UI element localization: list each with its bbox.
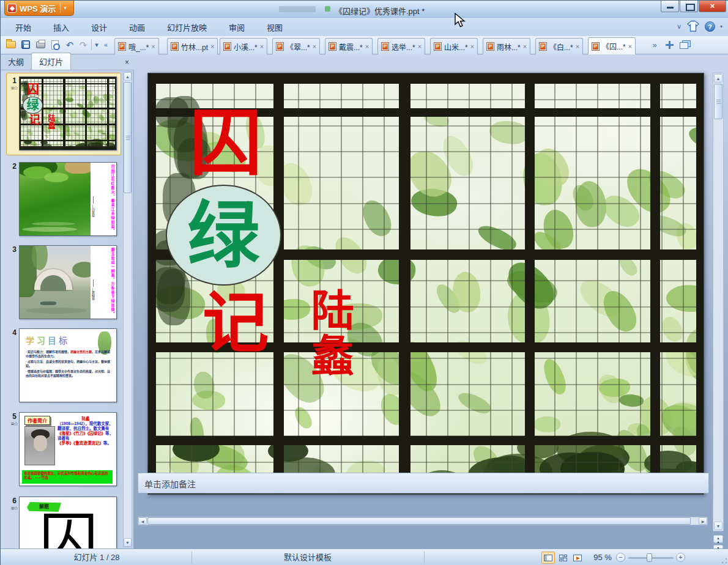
panel-scrollbar[interactable]: ▲ ▼ <box>123 72 132 547</box>
tab-close-icon[interactable]: × <box>313 43 316 50</box>
scroll-right-button[interactable]: ▶ <box>699 517 707 525</box>
undo-button[interactable]: ↶ <box>63 38 76 51</box>
green-circle-shape: 绿 <box>166 185 281 286</box>
printer-icon <box>36 42 45 48</box>
thumbnail-slide-5[interactable]: 作者简介 陆蠡（1908—1942），现代散文家、翻译家、抗日烈士。散文集有《海… <box>19 412 117 486</box>
zoom-in-button[interactable]: + <box>676 553 685 562</box>
design-template-name[interactable]: 默认设计模板 <box>192 552 423 564</box>
document-title: 《囚绿记》优秀课件.ppt * <box>335 5 425 17</box>
main-scroll-thumb[interactable] <box>714 84 722 119</box>
menu-insert[interactable]: 插入 <box>45 19 78 35</box>
document-tab-1[interactable]: 哦_...*× <box>114 38 159 54</box>
thumbnail-slide-1[interactable]: 囚 绿 记 陆蠡 <box>19 76 117 150</box>
help-dropdown-icon[interactable]: ▾ <box>720 24 722 29</box>
animation-star-icon: ≡☆ <box>4 85 18 91</box>
main-horizontal-scrollbar[interactable]: ◀ ▶ <box>138 517 708 525</box>
help-button[interactable]: ? <box>705 21 715 32</box>
switch-windows-button[interactable] <box>678 38 692 51</box>
menu-animation[interactable]: 动画 <box>121 19 154 35</box>
zoom-percentage: 95 % <box>589 552 616 564</box>
document-tab-9[interactable]: 《白...*× <box>535 38 583 54</box>
current-slide[interactable]: 囚 绿 记 陆蠡 <box>147 73 704 495</box>
document-tab-5[interactable]: 戴震...*× <box>325 38 373 54</box>
slide-sorter-view-button[interactable] <box>556 552 570 564</box>
title-char-lv: 绿 <box>187 199 259 271</box>
scroll-down-button[interactable]: ▼ <box>714 522 722 530</box>
notes-pane[interactable]: 单击添加备注 <box>138 473 709 493</box>
scroll-down-button[interactable]: ▼ <box>124 538 132 547</box>
close-button[interactable]: × <box>699 1 726 12</box>
menu-start[interactable]: 开始 <box>7 19 40 35</box>
scroll-up-button[interactable]: ▲ <box>124 72 132 81</box>
app-menu-dropdown-icon[interactable]: ▾ <box>64 5 67 11</box>
document-tab-2[interactable]: 竹林...pt× <box>167 38 218 54</box>
menu-slideshow[interactable]: 幻灯片放映 <box>158 19 215 35</box>
tab-slides[interactable]: 幻灯片 <box>31 53 71 70</box>
tab-close-icon[interactable]: × <box>151 43 155 50</box>
print-button[interactable] <box>34 38 47 51</box>
title-char-ji: 记 <box>202 290 269 356</box>
scroll-up-button[interactable]: ▲ <box>714 74 722 83</box>
more-tabs-button[interactable]: » <box>648 38 661 51</box>
slideshow-button[interactable] <box>571 552 584 564</box>
thumbnail-slide-6[interactable]: 解题 囚 <box>19 497 117 548</box>
resize-grip[interactable] <box>721 558 727 564</box>
scroll-left-button[interactable]: ◀ <box>138 517 147 525</box>
ppt-document-icon <box>592 42 600 51</box>
panel-scroll-thumb[interactable] <box>124 82 132 193</box>
previous-slide-button[interactable]: ▲▲ <box>713 535 723 543</box>
collapse-ribbon-icon[interactable]: ∨ <box>677 23 682 31</box>
maximize-button[interactable] <box>680 1 698 12</box>
open-button[interactable] <box>4 38 18 51</box>
author-intro-label: 作者简介 <box>24 416 50 425</box>
zoom-out-button[interactable]: − <box>616 553 625 562</box>
document-tab-6[interactable]: 选举...*× <box>377 38 425 54</box>
toolbar-more-dropdown[interactable]: ▾ <box>92 38 101 51</box>
save-button[interactable] <box>19 38 32 51</box>
undo-icon: ↶ <box>66 40 74 50</box>
tab-scroll-left-button[interactable]: « <box>101 38 111 51</box>
toolbar-separator <box>91 39 92 50</box>
tab-close-icon[interactable]: × <box>260 43 264 50</box>
menu-review[interactable]: 审阅 <box>220 19 253 35</box>
wps-app-button[interactable]: WPS 演示 ▾ <box>4 1 74 16</box>
thumbnail-slide-2[interactable]: 日出江花红胜火，春来江水绿如蓝。 —白居易 <box>19 162 117 236</box>
minimize-button[interactable] <box>661 1 679 12</box>
status-bar: 幻灯片 1 / 28 默认设计模板 95 % − + <box>1 548 728 565</box>
app-name: WPS 演示 <box>20 2 56 14</box>
tab-close-icon[interactable]: × <box>365 43 369 50</box>
slide-number: 2 <box>4 162 17 171</box>
horizontal-scroll-thumb[interactable] <box>147 517 691 525</box>
wps-logo-icon <box>7 4 17 13</box>
thumbnail-slide-3[interactable]: 碧玉妆成一树高，万条垂下绿丝绦。 —贺知章 <box>19 245 117 319</box>
new-tab-button[interactable] <box>663 38 676 51</box>
wps-presentation-window: WPS 演示 ▾ 《囚绿记》优秀课件.ppt * × 开始 插入 设计 动画 幻… <box>0 0 728 565</box>
normal-view-button[interactable] <box>541 552 555 564</box>
skin-theme-icon[interactable] <box>686 20 700 32</box>
thumbnail-slide-4[interactable]: 学习目标 · 知识与能力：理解作者的感情，把握文章的主题，在多元解读中感受作品的… <box>19 328 117 402</box>
menu-view[interactable]: 视图 <box>258 19 291 35</box>
document-tab-8[interactable]: 雨林...*× <box>483 38 530 54</box>
tab-outline[interactable]: 大纲 <box>1 53 31 70</box>
thumb-title-ji: 记 <box>29 114 40 125</box>
tab-close-icon[interactable]: × <box>210 43 214 50</box>
document-tab-10[interactable]: 《囚...*× <box>588 37 636 54</box>
menu-design[interactable]: 设计 <box>83 19 116 35</box>
redo-button[interactable]: ↷ <box>76 38 90 51</box>
print-preview-button[interactable] <box>48 38 62 51</box>
zoom-slider-thumb[interactable] <box>647 553 652 562</box>
ppt-document-icon <box>381 42 389 51</box>
document-tab-4[interactable]: 《翠...*× <box>272 38 320 54</box>
document-tab-3[interactable]: 小溪...*× <box>220 38 267 54</box>
main-vertical-scrollbar[interactable]: ▲ ▼ <box>713 73 724 531</box>
ppt-document-icon <box>171 42 179 51</box>
tab-close-icon[interactable]: × <box>576 43 579 50</box>
panel-close-icon[interactable]: × <box>125 58 129 67</box>
document-tab-7[interactable]: 山米...*× <box>430 38 478 54</box>
tab-close-icon[interactable]: × <box>470 43 474 50</box>
poem-panel: 碧玉妆成一树高，万条垂下绿丝绦。 —贺知章 <box>91 246 116 319</box>
tab-close-icon[interactable]: × <box>418 43 422 50</box>
document-tab-label: 《白...* <box>549 42 573 52</box>
tab-close-icon[interactable]: × <box>523 43 527 50</box>
tab-close-icon[interactable]: × <box>628 43 632 50</box>
